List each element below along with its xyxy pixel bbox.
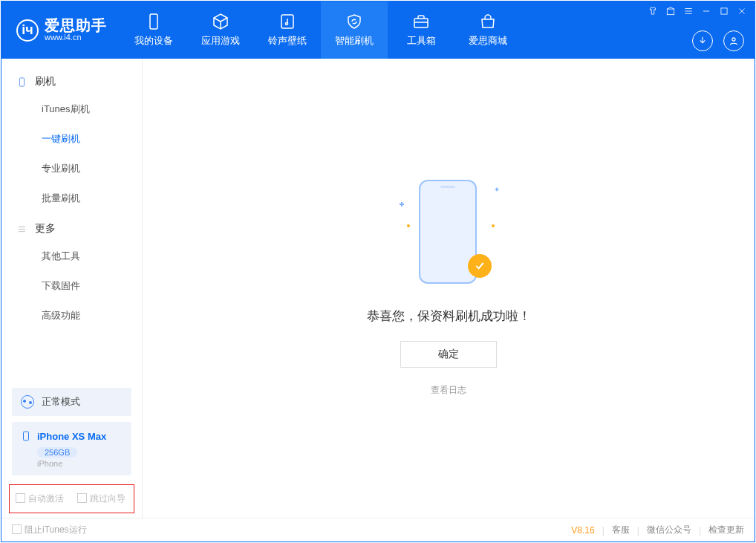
nav-label: 智能刷机 (335, 34, 374, 48)
top-nav: 我的设备 应用游戏 铃声壁纸 智能刷机 工具箱 爱思商城 (120, 1, 521, 59)
close-icon[interactable] (737, 6, 747, 16)
store-icon (479, 13, 497, 30)
sidebar: 刷机 iTunes刷机 一键刷机 专业刷机 批量刷机 更多 其他工具 下载固件 … (1, 59, 143, 518)
box-icon[interactable] (665, 6, 676, 16)
group-title: 更多 (35, 222, 56, 235)
checkbox-auto-activate[interactable]: 自动激活 (16, 492, 64, 505)
sidebar-item-itunes-flash[interactable]: iTunes刷机 (1, 94, 142, 124)
group-flash: 刷机 (1, 66, 142, 94)
device-capacity: 256GB (37, 447, 77, 458)
app-logo: iч 爱思助手 www.i4.cn (1, 1, 120, 59)
check-icon (468, 254, 492, 278)
nav-label: 工具箱 (407, 34, 436, 48)
cube-icon (212, 13, 229, 30)
device-type: iPhone (37, 459, 123, 468)
nav-flash[interactable]: 智能刷机 (321, 1, 388, 59)
checkbox-block-itunes[interactable]: 阻止iTunes运行 (12, 524, 87, 536)
nav-label: 应用游戏 (201, 34, 240, 48)
footer-link-support[interactable]: 客服 (612, 524, 630, 536)
mode-icon (21, 395, 34, 409)
app-window: iч 爱思助手 www.i4.cn 我的设备 应用游戏 铃声壁纸 智能刷机 (1, 1, 755, 542)
svg-rect-0 (150, 14, 157, 29)
svg-rect-5 (721, 8, 727, 14)
sidebar-item-other-tools[interactable]: 其他工具 (1, 241, 142, 271)
ok-button[interactable]: 确定 (400, 341, 497, 368)
maximize-icon[interactable] (719, 6, 729, 16)
nav-store[interactable]: 爱思商城 (454, 1, 521, 59)
footer-link-update[interactable]: 检查更新 (708, 524, 744, 536)
svg-point-2 (285, 22, 287, 25)
version-label: V8.16 (571, 525, 594, 536)
sidebar-item-download-firmware[interactable]: 下载固件 (1, 271, 142, 301)
success-message: 恭喜您，保资料刷机成功啦！ (367, 308, 531, 325)
app-body: 刷机 iTunes刷机 一键刷机 专业刷机 批量刷机 更多 其他工具 下载固件 … (1, 59, 755, 518)
footer-link-wechat[interactable]: 微信公众号 (647, 524, 691, 536)
music-icon (278, 13, 296, 30)
options-highlight-box: 自动激活 跳过向导 (9, 484, 134, 513)
device-icon (21, 429, 31, 443)
svg-rect-3 (414, 19, 428, 27)
phone-icon (145, 13, 163, 30)
svg-point-6 (732, 38, 735, 41)
sidebar-item-batch-flash[interactable]: 批量刷机 (1, 183, 142, 213)
app-url: www.i4.cn (45, 33, 107, 42)
menu-icon[interactable] (683, 6, 694, 16)
nav-toolbox[interactable]: 工具箱 (388, 1, 454, 59)
nav-ringtones[interactable]: 铃声壁纸 (254, 1, 321, 59)
view-log-link[interactable]: 查看日志 (431, 384, 466, 397)
refresh-shield-icon (345, 13, 363, 30)
tshirt-icon[interactable] (648, 6, 658, 16)
download-button[interactable] (692, 30, 713, 51)
logo-icon: iч (16, 19, 39, 42)
success-illustration (404, 180, 493, 291)
sidebar-item-advanced[interactable]: 高级功能 (1, 301, 142, 331)
group-more: 更多 (1, 213, 142, 241)
svg-rect-8 (24, 432, 29, 440)
main-content: 恭喜您，保资料刷机成功啦！ 确定 查看日志 (143, 59, 755, 518)
checkbox-skip-guide[interactable]: 跳过向导 (77, 492, 126, 505)
minimize-icon[interactable] (701, 6, 711, 16)
mode-card[interactable]: 正常模式 (12, 388, 131, 416)
nav-label: 我的设备 (134, 34, 173, 48)
nav-apps-games[interactable]: 应用游戏 (187, 1, 254, 59)
nav-my-device[interactable]: 我的设备 (120, 1, 187, 59)
user-button[interactable] (723, 30, 744, 51)
app-title: 爱思助手 (45, 18, 107, 33)
group-title: 刷机 (35, 75, 56, 88)
svg-rect-7 (19, 77, 24, 85)
device-card[interactable]: iPhone XS Max 256GB iPhone (12, 422, 131, 475)
nav-label: 铃声壁纸 (268, 34, 307, 48)
device-icon (16, 77, 27, 88)
toolbox-icon (412, 13, 430, 30)
list-icon (16, 224, 27, 235)
window-controls (648, 6, 747, 16)
device-name: iPhone XS Max (37, 431, 106, 442)
svg-rect-4 (667, 9, 674, 15)
status-bar: 阻止iTunes运行 V8.16 | 客服 | 微信公众号 | 检查更新 (1, 518, 755, 542)
sidebar-item-pro-flash[interactable]: 专业刷机 (1, 154, 142, 183)
nav-label: 爱思商城 (469, 34, 507, 48)
header-actions (692, 30, 744, 51)
sidebar-item-one-click-flash[interactable]: 一键刷机 (1, 124, 142, 154)
app-header: iч 爱思助手 www.i4.cn 我的设备 应用游戏 铃声壁纸 智能刷机 (1, 1, 755, 59)
mode-label: 正常模式 (42, 395, 80, 409)
